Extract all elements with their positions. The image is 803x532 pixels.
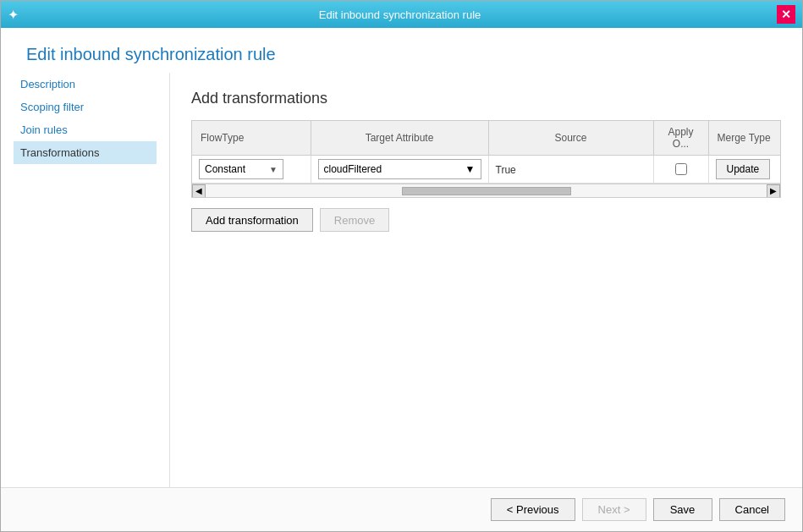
page-title: Edit inbound synchronization rule — [26, 45, 777, 64]
sidebar: Description Scoping filter Join rules Tr… — [1, 73, 170, 487]
action-buttons: Add transformation Remove — [191, 208, 781, 232]
sidebar-item-scoping-filter[interactable]: Scoping filter — [14, 96, 157, 118]
remove-button: Remove — [320, 208, 389, 232]
add-transformation-button[interactable]: Add transformation — [191, 208, 313, 232]
sidebar-item-join-rules[interactable]: Join rules — [14, 118, 157, 141]
col-header-merge: Merge Type — [708, 121, 781, 156]
transformations-table: FlowType Target Attribute Source Apply O… — [192, 121, 781, 184]
flowtype-select[interactable]: Constant ▼ — [199, 159, 283, 179]
flowtype-select-wrapper: Constant ▼ — [199, 159, 304, 179]
col-header-flowtype: FlowType — [192, 121, 311, 156]
window-icon: ✦ — [8, 7, 23, 22]
section-title: Add transformations — [191, 90, 781, 107]
sidebar-item-transformations[interactable]: Transformations — [14, 141, 157, 164]
title-bar: ✦ Edit inbound synchronization rule ✕ — [1, 1, 802, 28]
table-row: Constant ▼ cloudFiltered ▼ — [192, 156, 781, 184]
sidebar-item-description[interactable]: Description — [14, 73, 157, 96]
footer: < Previous Next > Save Cancel — [1, 487, 802, 531]
save-button[interactable]: Save — [653, 498, 712, 521]
page-header: Edit inbound synchronization rule — [1, 28, 802, 73]
cancel-button[interactable]: Cancel — [719, 498, 785, 521]
apply-once-checkbox[interactable] — [675, 163, 687, 175]
main-window: ✦ Edit inbound synchronization rule ✕ Ed… — [0, 0, 803, 532]
apply-once-wrapper — [661, 163, 701, 175]
flowtype-arrow-icon: ▼ — [269, 165, 278, 174]
next-button: Next > — [582, 498, 646, 521]
flowtype-value: Constant — [205, 163, 245, 175]
col-header-target: Target Attribute — [311, 121, 488, 156]
merge-type-cell: Update — [708, 156, 781, 184]
target-arrow-icon: ▼ — [465, 163, 476, 175]
close-button[interactable]: ✕ — [777, 5, 795, 24]
scroll-left-button[interactable]: ◀ — [192, 184, 206, 198]
previous-button[interactable]: < Previous — [491, 498, 575, 521]
scroll-track[interactable] — [206, 184, 767, 197]
update-button[interactable]: Update — [716, 159, 771, 179]
scroll-right-button[interactable]: ▶ — [767, 184, 780, 198]
target-select[interactable]: cloudFiltered ▼ — [318, 159, 481, 179]
apply-once-cell — [653, 156, 708, 184]
flowtype-cell: Constant ▼ — [192, 156, 311, 184]
body-area: Description Scoping filter Join rules Tr… — [1, 73, 802, 487]
transformations-table-container: FlowType Target Attribute Source Apply O… — [191, 120, 781, 198]
target-value: cloudFiltered — [324, 163, 382, 175]
scroll-thumb[interactable] — [402, 187, 571, 195]
col-header-apply: Apply O... — [653, 121, 708, 156]
target-cell: cloudFiltered ▼ — [311, 156, 488, 184]
main-content: Add transformations FlowType Target Attr… — [170, 73, 802, 487]
window-title: Edit inbound synchronization rule — [23, 8, 777, 21]
source-value: True — [496, 164, 516, 176]
main-container: Edit inbound synchronization rule Descri… — [1, 28, 802, 531]
horizontal-scrollbar: ◀ ▶ — [192, 184, 780, 197]
source-cell: True — [488, 156, 653, 184]
col-header-source: Source — [488, 121, 653, 156]
